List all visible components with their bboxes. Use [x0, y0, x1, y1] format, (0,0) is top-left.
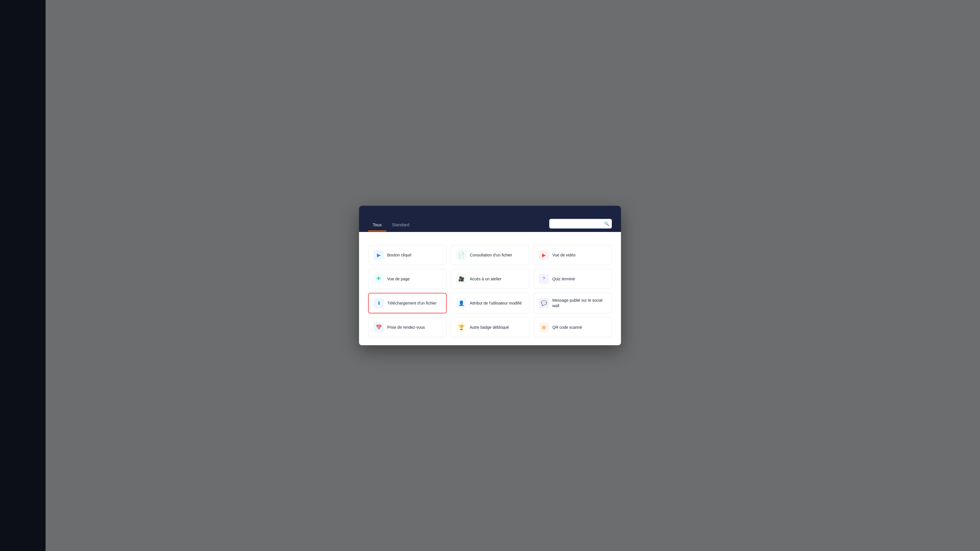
card-icon-vue-page: 👁	[374, 274, 384, 284]
type-card-vue-video[interactable]: ▶Vue de vidéo	[533, 245, 612, 265]
type-card-autre-badge[interactable]: 🏆Autre badge débloqué	[451, 318, 529, 337]
card-icon-quiz-termine: ?	[539, 274, 549, 284]
type-card-message-social[interactable]: 💬Message publié sur le social wall	[533, 293, 612, 313]
type-card-acces-atelier[interactable]: 🎥Accès à un atelier	[451, 269, 529, 289]
type-card-prise-rendez-vous[interactable]: 📅Prise de rendez-vous	[368, 318, 447, 337]
card-icon-telechargement-fichier: ⬇	[374, 298, 384, 308]
card-icon-prise-rendez-vous: 📅	[374, 322, 384, 332]
items-grid: ▶Bouton cliqué📄Consultation d'un fichier…	[368, 245, 612, 337]
type-card-quiz-termine[interactable]: ?Quiz terminé	[533, 269, 612, 289]
tab-standard[interactable]: Standard	[388, 220, 414, 231]
tabs-search-row: Tous Standard 🔍	[368, 219, 612, 232]
card-icon-consultation-fichier: 📄	[456, 250, 466, 260]
type-card-consultation-fichier[interactable]: 📄Consultation d'un fichier	[451, 245, 529, 265]
search-input[interactable]	[549, 219, 612, 229]
card-icon-message-social: 💬	[539, 298, 549, 308]
type-card-attribut-utilisateur[interactable]: 👤Attribut de l'utilisateur modifié	[451, 293, 529, 313]
tab-list: Tous Standard	[368, 220, 414, 231]
card-label-acces-atelier: Accès à un atelier	[470, 276, 501, 282]
card-icon-bouton-clique: ▶	[374, 250, 384, 260]
card-icon-autre-badge: 🏆	[456, 322, 466, 332]
tab-tous[interactable]: Tous	[368, 220, 387, 231]
card-label-vue-page: Vue de page	[387, 276, 410, 282]
card-label-prise-rendez-vous: Prise de rendez-vous	[387, 325, 425, 330]
card-label-vue-video: Vue de vidéo	[552, 252, 576, 258]
card-icon-acces-atelier: 🎥	[456, 274, 466, 284]
card-label-consultation-fichier: Consultation d'un fichier	[470, 252, 512, 258]
card-label-telechargement-fichier: Téléchargement d'un fichier	[388, 300, 436, 306]
card-label-qr-code: QR code scanné	[552, 325, 582, 330]
search-wrapper: 🔍	[549, 219, 612, 229]
type-card-vue-page[interactable]: 👁Vue de page	[368, 269, 447, 289]
card-icon-qr-code: ⊞	[539, 322, 549, 332]
type-card-telechargement-fichier[interactable]: ⬇Téléchargement d'un fichier	[368, 293, 447, 313]
card-label-quiz-termine: Quiz terminé	[552, 276, 575, 282]
card-icon-vue-video: ▶	[539, 250, 549, 260]
type-card-qr-code[interactable]: ⊞QR code scanné	[533, 318, 612, 337]
modal-header: Tous Standard 🔍	[359, 206, 621, 232]
modal-body: ▶Bouton cliqué📄Consultation d'un fichier…	[359, 232, 621, 345]
card-label-message-social: Message publié sur le social wall	[552, 298, 606, 308]
modal: Tous Standard 🔍 ▶Bouton cliqué📄Consultat…	[359, 206, 621, 345]
type-card-bouton-clique[interactable]: ▶Bouton cliqué	[368, 245, 447, 265]
card-label-attribut-utilisateur: Attribut de l'utilisateur modifié	[470, 300, 522, 306]
card-label-bouton-clique: Bouton cliqué	[387, 252, 411, 258]
card-icon-attribut-utilisateur: 👤	[456, 298, 466, 308]
card-label-autre-badge: Autre badge débloqué	[470, 325, 509, 330]
modal-overlay: Tous Standard 🔍 ▶Bouton cliqué📄Consultat…	[0, 0, 980, 551]
